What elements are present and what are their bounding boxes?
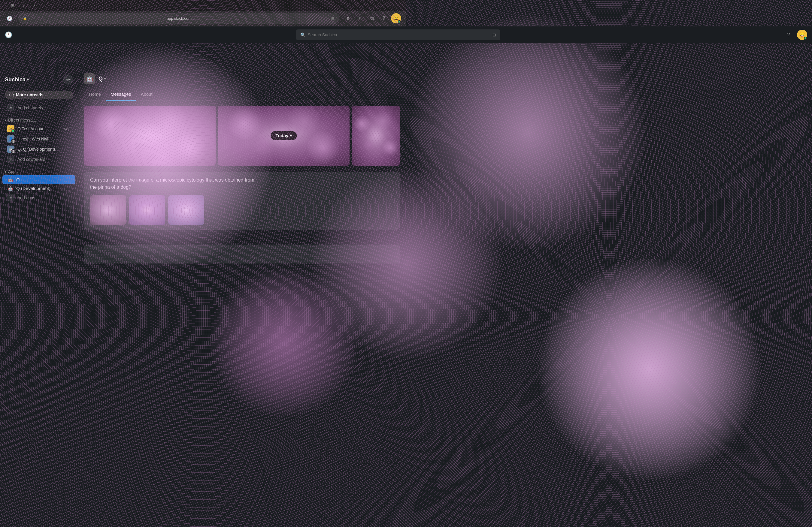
- search-bar[interactable]: 🔍 ⊟: [296, 29, 406, 40]
- topbar-history-icon[interactable]: 🕐: [5, 31, 12, 39]
- messages-area[interactable]: Today ▾ Can you interpret the image of a…: [78, 101, 406, 241]
- slack-topbar: 🕐 🔍 ⊟ ? 😀: [0, 26, 406, 43]
- msg-cytology-3: [168, 195, 204, 225]
- msg-image-3: [168, 195, 204, 225]
- slack-layout: Suchica ▾ ✏ ↑ ↑ More unreads + Add chann…: [0, 70, 406, 264]
- message-bubble: Can you interpret the image of a microsc…: [84, 172, 400, 230]
- message-images: [90, 195, 394, 225]
- slack-app: 🕐 🔍 ⊟ ? 😀 Suchica ▾ ✏: [0, 26, 406, 264]
- main-content: 🤖 Q ▾ Home Messages About: [78, 70, 406, 264]
- search-input[interactable]: [308, 32, 406, 37]
- search-icon: 🔍: [300, 32, 305, 37]
